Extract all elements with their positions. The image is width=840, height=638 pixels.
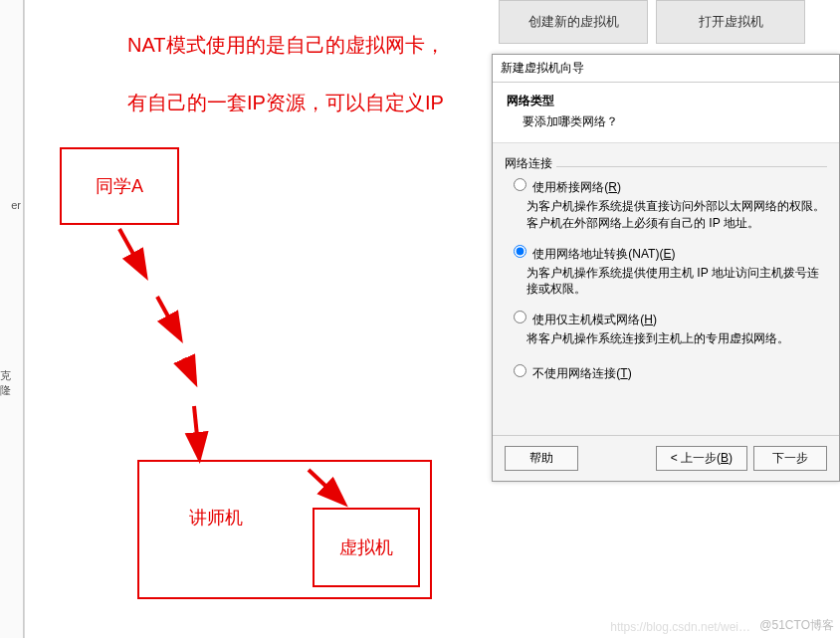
new-vm-wizard-dialog: 新建虚拟机向导 网络类型 要添加哪类网络？ 网络连接 使用桥接网络(R) 为客户… bbox=[492, 54, 840, 482]
svg-line-1 bbox=[157, 297, 179, 336]
arrow-student-to-teacher bbox=[80, 219, 279, 478]
radio-hostonly-desc: 将客户机操作系统连接到主机上的专用虚拟网络。 bbox=[526, 330, 827, 347]
watermark-right: @51CTO博客 bbox=[759, 617, 834, 634]
arrow-teacher-to-vm bbox=[299, 460, 378, 520]
wizard-body: 网络连接 使用桥接网络(R) 为客户机操作系统提供直接访问外部以太网网络的权限。… bbox=[493, 143, 839, 392]
svg-line-4 bbox=[309, 470, 342, 502]
create-vm-button[interactable]: 创建新的虚拟机 bbox=[499, 0, 648, 44]
radio-nat[interactable]: 使用网络地址转换(NAT)(E) bbox=[509, 242, 823, 263]
back-button[interactable]: < 上一步(B) bbox=[656, 446, 747, 471]
vertical-divider bbox=[24, 0, 25, 638]
wizard-header: 网络类型 要添加哪类网络？ bbox=[493, 83, 839, 143]
svg-line-3 bbox=[194, 406, 199, 456]
radio-none-input[interactable] bbox=[514, 364, 526, 377]
box-student-label: 同学A bbox=[96, 174, 143, 198]
help-button[interactable]: 帮助 bbox=[505, 446, 578, 471]
radio-nat-label: 使用网络地址转换(NAT)(E) bbox=[532, 247, 675, 261]
next-button[interactable]: 下一步 bbox=[753, 446, 827, 471]
wizard-footer: 帮助 < 上一步(B) 下一步 bbox=[493, 435, 839, 481]
radio-bridge-desc: 为客户机操作系统提供直接访问外部以太网网络的权限。客户机在外部网络上必须有自己的… bbox=[526, 198, 827, 232]
wizard-window-title: 新建虚拟机向导 bbox=[493, 55, 839, 83]
top-toolbar: 创建新的虚拟机 打开虚拟机 bbox=[499, 0, 805, 44]
wizard-subheading: 要添加哪类网络？ bbox=[523, 113, 825, 130]
svg-line-2 bbox=[184, 358, 194, 380]
watermark-url: https://blog.csdn.net/wei… bbox=[610, 620, 750, 634]
annotation-line2: 有自己的一套IP资源，可以自定义IP bbox=[127, 90, 444, 116]
left-sidebar-edge: er 克隆 bbox=[0, 0, 24, 638]
radio-bridge-label: 使用桥接网络(R) bbox=[532, 180, 621, 194]
annotation-line1: NAT模式使用的是自己的虚拟网卡， bbox=[127, 32, 445, 59]
open-vm-button[interactable]: 打开虚拟机 bbox=[656, 0, 805, 44]
svg-line-0 bbox=[119, 229, 144, 274]
radio-hostonly-input[interactable] bbox=[514, 311, 526, 323]
group-label-network: 网络连接 bbox=[505, 155, 827, 172]
radio-none-label: 不使用网络连接(T) bbox=[532, 366, 631, 380]
radio-hostonly[interactable]: 使用仅主机模式网络(H) bbox=[509, 308, 823, 328]
radio-hostonly-label: 使用仅主机模式网络(H) bbox=[532, 313, 657, 326]
radio-none[interactable]: 不使用网络连接(T) bbox=[509, 361, 823, 382]
radio-nat-desc: 为客户机操作系统提供使用主机 IP 地址访问主机拨号连接或权限。 bbox=[526, 265, 827, 299]
sidebar-fragment-clone: 克隆 bbox=[0, 368, 21, 398]
radio-bridge[interactable]: 使用桥接网络(R) bbox=[509, 175, 823, 196]
wizard-heading: 网络类型 bbox=[507, 93, 825, 109]
box-teacher-label: 讲师机 bbox=[189, 506, 243, 530]
sidebar-fragment-er: er bbox=[11, 199, 21, 211]
radio-bridge-input[interactable] bbox=[514, 178, 526, 191]
radio-nat-input[interactable] bbox=[514, 245, 526, 258]
group-divider bbox=[556, 166, 827, 167]
box-vm: 虚拟机 bbox=[313, 508, 420, 587]
box-vm-label: 虚拟机 bbox=[339, 535, 393, 559]
box-student: 同学A bbox=[60, 147, 179, 225]
